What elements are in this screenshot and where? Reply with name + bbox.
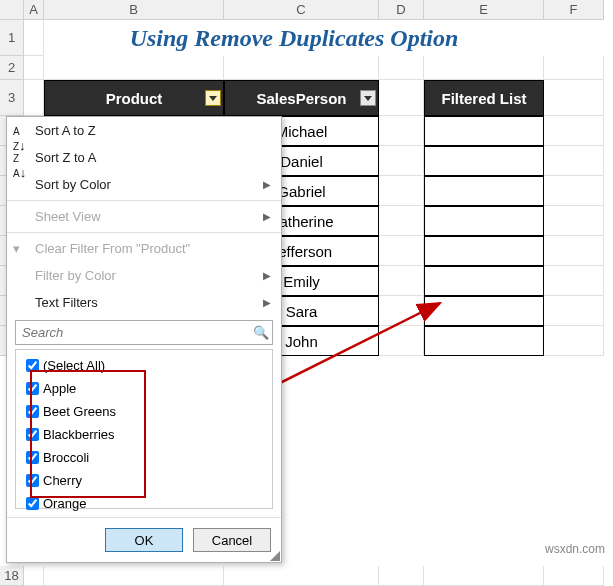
header-product[interactable]: Product (44, 80, 224, 116)
row-header-1[interactable]: 1 (0, 20, 24, 56)
ok-button[interactable]: OK (105, 528, 183, 552)
cell-e11[interactable] (424, 326, 544, 356)
sort-za-label: Sort Z to A (35, 150, 96, 165)
filter-values-list[interactable]: (Select All) Apple Beet Greens Blackberr… (15, 349, 273, 509)
sort-za[interactable]: ZA↓ Sort Z to A (7, 144, 281, 171)
col-header-A[interactable]: A (24, 0, 44, 20)
row-header-18[interactable]: 18 (0, 566, 24, 586)
filter-item-select-all[interactable]: (Select All) (18, 354, 270, 377)
autofilter-menu: AZ↓ Sort A to Z ZA↓ Sort Z to A Sort by … (6, 116, 282, 563)
sheet-view-label: Sheet View (35, 209, 101, 224)
checkbox-cherry[interactable] (26, 474, 39, 487)
clear-filter-label: Clear Filter From "Product" (35, 241, 190, 256)
chevron-right-icon: ▶ (263, 211, 271, 222)
filter-item-blackberries[interactable]: Blackberries (18, 423, 270, 446)
checkbox-orange[interactable] (26, 497, 39, 510)
select-all-corner[interactable] (0, 0, 24, 20)
cell-e10[interactable] (424, 296, 544, 326)
sort-az-icon: AZ↓ (13, 123, 29, 139)
filter-item-broccoli[interactable]: Broccoli (18, 446, 270, 469)
col-header-D[interactable]: D (379, 0, 424, 20)
sort-az-label: Sort A to Z (35, 123, 96, 138)
text-filters-label: Text Filters (35, 295, 98, 310)
filter-by-color-label: Filter by Color (35, 268, 116, 283)
row-header-2[interactable]: 2 (0, 56, 24, 80)
clear-filter: ▾ Clear Filter From "Product" (7, 235, 281, 262)
sort-az[interactable]: AZ↓ Sort A to Z (7, 117, 281, 144)
col-header-F[interactable]: F (544, 0, 604, 20)
filter-item-apple[interactable]: Apple (18, 377, 270, 400)
search-icon: 🔍 (250, 321, 272, 344)
header-filtered: Filtered List (424, 80, 544, 116)
sort-by-color-label: Sort by Color (35, 177, 111, 192)
watermark: wsxdn.com (545, 542, 605, 556)
checkbox-blackberries[interactable] (26, 428, 39, 441)
col-header-E[interactable]: E (424, 0, 544, 20)
col-header-B[interactable]: B (44, 0, 224, 20)
cell-e6[interactable] (424, 176, 544, 206)
filter-dropdown-salesperson[interactable] (360, 90, 376, 106)
cell-e8[interactable] (424, 236, 544, 266)
cell-e7[interactable] (424, 206, 544, 236)
sort-za-icon: ZA↓ (13, 150, 29, 166)
header-product-label: Product (106, 90, 163, 107)
cell-e9[interactable] (424, 266, 544, 296)
checkbox-beet-greens[interactable] (26, 405, 39, 418)
sort-by-color[interactable]: Sort by Color ▶ (7, 171, 281, 198)
filter-item-orange[interactable]: Orange (18, 492, 270, 515)
filter-item-beet-greens[interactable]: Beet Greens (18, 400, 270, 423)
header-filtered-label: Filtered List (441, 90, 526, 107)
sheet-view: Sheet View ▶ (7, 203, 281, 230)
filter-dropdown-product[interactable] (205, 90, 221, 106)
filter-search-box[interactable]: 🔍 (15, 320, 273, 345)
cell-e4[interactable] (424, 116, 544, 146)
header-salesperson[interactable]: SalesPerson (224, 80, 379, 116)
chevron-right-icon: ▶ (263, 297, 271, 308)
col-header-C[interactable]: C (224, 0, 379, 20)
cell-e5[interactable] (424, 146, 544, 176)
funnel-clear-icon: ▾ (13, 241, 29, 257)
resize-grip-icon[interactable] (270, 551, 280, 561)
page-title: Using Remove Duplicates Option (44, 20, 544, 56)
checkbox-select-all[interactable] (26, 359, 39, 372)
checkbox-apple[interactable] (26, 382, 39, 395)
text-filters[interactable]: Text Filters ▶ (7, 289, 281, 316)
chevron-right-icon: ▶ (263, 270, 271, 281)
cancel-button[interactable]: Cancel (193, 528, 271, 552)
filter-item-cherry[interactable]: Cherry (18, 469, 270, 492)
row-header-3[interactable]: 3 (0, 80, 24, 116)
chevron-right-icon: ▶ (263, 179, 271, 190)
filter-by-color: Filter by Color ▶ (7, 262, 281, 289)
header-salesperson-label: SalesPerson (256, 90, 346, 107)
checkbox-broccoli[interactable] (26, 451, 39, 464)
filter-search-input[interactable] (16, 321, 250, 344)
